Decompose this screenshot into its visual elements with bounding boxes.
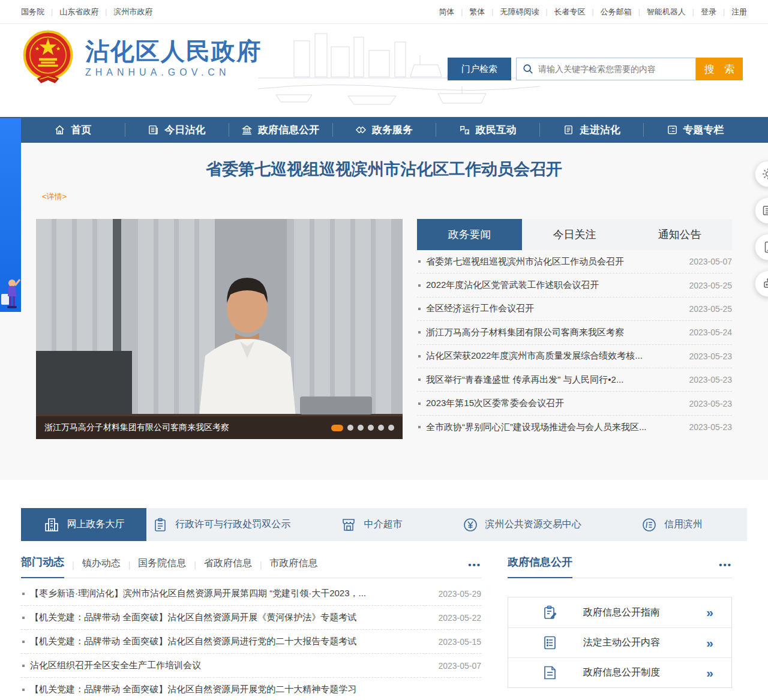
hero-section: 省委第七巡视组巡视滨州市沾化区工作动员会召开 <详情> xyxy=(0,143,768,480)
info-item-guide[interactable]: 政府信息公开指南 » xyxy=(508,597,731,627)
info-item-system[interactable]: 政府信息公开制度 » xyxy=(508,657,731,687)
topbar-left-links: 国务院| 山东省政府| 滨州市政府 xyxy=(21,7,152,17)
topbar-link-login[interactable]: 登录 xyxy=(701,7,716,17)
service-agency-market[interactable]: 中介超市 xyxy=(296,508,446,541)
info-disclosure-column: 政府信息公开 ••• 政府信息公开指南 » 法定主动公开内容 » 政府信息公开制… xyxy=(508,555,732,700)
nav-item-home[interactable]: 首页 xyxy=(21,117,125,143)
dept-news-item[interactable]: 沾化区组织召开全区安全生产工作培训会议2023-05-07 xyxy=(21,654,481,678)
search-input[interactable] xyxy=(538,64,689,74)
news-item[interactable]: 全市政协“界别同心汇”建设现场推进会与会人员来我区...2023-05-23 xyxy=(417,416,732,439)
topbar-link-robot[interactable]: 智能机器人 xyxy=(647,7,686,17)
info-disclosure-more-button[interactable]: ••• xyxy=(719,560,732,578)
nav-item-special-columns[interactable]: 专题专栏 xyxy=(643,117,747,143)
portal-search-button[interactable]: 门户检索 xyxy=(448,58,511,80)
topbar-link-register[interactable]: 注册 xyxy=(731,7,747,17)
carousel-dots xyxy=(331,425,394,431)
bank-icon xyxy=(241,124,253,136)
topbar-link-traditional[interactable]: 繁体 xyxy=(469,7,485,17)
carousel-dot[interactable] xyxy=(331,425,343,431)
topbar-link-senior-zone[interactable]: 长者专区 xyxy=(554,7,586,17)
tab-town-dynamics[interactable]: 镇办动态 xyxy=(82,557,121,578)
news-item[interactable]: 我区举行“青春逢盛世 传承再出发” 与人民同行•2...2023-05-23 xyxy=(417,368,732,392)
dept-news-column: 部门动态| 镇办动态| 国务院信息| 省政府信息| 市政府信息 ••• 【枣乡新… xyxy=(21,555,481,700)
site-title: 沾化区人民政府 xyxy=(85,37,262,65)
topbar-link-simplified[interactable]: 简体 xyxy=(439,7,454,17)
dept-news-item[interactable]: 【机关党建：品牌带动 全面突破】沾化区自然资源局进行党的二十大报告专题考试202… xyxy=(21,630,481,654)
tab-state-council-info[interactable]: 国务院信息 xyxy=(138,557,186,578)
tab-province-info[interactable]: 省政府信息 xyxy=(204,557,252,578)
side-banner[interactable] xyxy=(0,118,21,312)
building-icon xyxy=(43,516,60,533)
site-header: 沾化区人民政府 ZHANHUA.GOV.CN 门户检索 搜 索 xyxy=(0,24,768,117)
news-tabs: 政务要闻 今日关注 通知公告 xyxy=(417,219,732,250)
dept-news-item[interactable]: 【机关党建：品牌带动 全面突破】沾化区自然资源局开展《黄河保护法》专题考试202… xyxy=(21,606,481,630)
chevron-right-icon: » xyxy=(706,605,713,620)
news-list: 省委第七巡视组巡视滨州市沾化区工作动员会召开2023-05-07 2022年度沾… xyxy=(417,250,732,439)
topbar-link-shandong[interactable]: 山东省政府 xyxy=(59,7,98,17)
tab-dept-dynamics[interactable]: 部门动态 xyxy=(21,555,64,578)
topbar-link-gov-mail[interactable]: 公务邮箱 xyxy=(601,7,632,17)
statutory-icon xyxy=(542,635,558,651)
search-box xyxy=(516,58,696,80)
settings-float-button[interactable] xyxy=(755,161,768,187)
service-dual-publicity[interactable]: 行政许可与行政处罚双公示 xyxy=(146,508,296,541)
carousel-dot[interactable] xyxy=(388,425,394,431)
news-item[interactable]: 2023年第15次区委常委会会议召开2023-05-23 xyxy=(417,392,732,415)
dept-news-item[interactable]: 【机关党建：品牌带动 全面突破】沾化区自然资源局开展党的二十大精神专题学习 xyxy=(21,678,481,700)
carousel-caption-bar: 浙江万马高分子材料集团有限公司客商来我区考察 xyxy=(36,416,403,439)
national-emblem-logo xyxy=(23,30,73,85)
news-item[interactable]: 沾化区荣获2022年度滨州市高质量发展综合绩效考核...2023-05-23 xyxy=(417,345,732,368)
nav-item-info-disclosure[interactable]: 政府信息公开 xyxy=(229,117,332,143)
headline-detail-link[interactable]: <详情> xyxy=(42,191,67,202)
news-item[interactable]: 2022年度沾化区党管武装工作述职会议召开2023-05-25 xyxy=(417,274,732,297)
topbar-link-guowuyuan[interactable]: 国务院 xyxy=(21,7,44,17)
topbar-link-binzhou[interactable]: 滨州市政府 xyxy=(113,7,152,17)
news-item[interactable]: 省委第七巡视组巡视滨州市沾化区工作动员会召开2023-05-07 xyxy=(417,250,732,274)
search-area: 门户检索 搜 索 xyxy=(448,58,743,80)
handshake-icon xyxy=(355,124,367,136)
dept-news-more-button[interactable]: ••• xyxy=(468,560,481,578)
carousel-caption: 浙江万马高分子材料集团有限公司客商来我区考察 xyxy=(44,422,325,433)
site-domain: ZHANHUA.GOV.CN xyxy=(85,67,262,78)
mobile-float-button[interactable] xyxy=(755,234,768,260)
news-panel: 政务要闻 今日关注 通知公告 省委第七巡视组巡视滨州市沾化区工作动员会召开202… xyxy=(417,219,732,439)
home-icon xyxy=(54,124,65,136)
carousel-dot[interactable] xyxy=(358,425,364,431)
floating-toolbar xyxy=(755,161,768,297)
info-item-statutory[interactable]: 法定主动公开内容 » xyxy=(508,627,731,657)
carousel-dot[interactable] xyxy=(378,425,384,431)
news-float-button[interactable] xyxy=(755,197,768,224)
chevron-right-icon: » xyxy=(706,666,713,680)
main-nav: 首页 今日沾化 政府信息公开 政务服务 政民互动 走进沾化 专题专栏 xyxy=(0,117,768,143)
carousel-dot[interactable] xyxy=(347,425,353,431)
carousel-dot[interactable] xyxy=(368,425,374,431)
service-resource-trading[interactable]: 滨州公共资源交易中心 xyxy=(447,508,597,541)
nav-item-interaction[interactable]: 政民互动 xyxy=(436,117,539,143)
news-item[interactable]: 全区经济运行工作会议召开2023-05-25 xyxy=(417,298,732,321)
list-icon xyxy=(667,124,678,136)
news-item[interactable]: 浙江万马高分子材料集团有限公司客商来我区考察2023-05-24 xyxy=(417,321,732,344)
tab-notices[interactable]: 通知公告 xyxy=(627,219,732,250)
nav-item-into-zhanhua[interactable]: 走进沾化 xyxy=(539,117,643,143)
news-carousel[interactable]: 浙江万马高分子材料集团有限公司客商来我区考察 xyxy=(36,219,403,439)
search-button[interactable]: 搜 索 xyxy=(696,58,743,80)
credit-circle-icon xyxy=(641,517,657,533)
bottom-section: 部门动态| 镇办动态| 国务院信息| 省政府信息| 市政府信息 ••• 【枣乡新… xyxy=(0,555,768,700)
topbar: 国务院| 山东省政府| 滨州市政府 简体| 繁体| 无障碍阅读| 长者专区| 公… xyxy=(0,0,768,24)
mobile-icon xyxy=(761,241,768,254)
tab-today-focus[interactable]: 今日关注 xyxy=(522,219,627,250)
topbar-link-accessibility[interactable]: 无障碍阅读 xyxy=(500,7,539,17)
banner-person-illustration xyxy=(0,274,21,310)
services-band: 网上政务大厅 行政许可与行政处罚双公示 中介超市 滨州公共资源交易中心 信用滨州 xyxy=(0,508,768,541)
nav-item-today-zhanhua[interactable]: 今日沾化 xyxy=(125,117,229,143)
dept-news-item[interactable]: 【枣乡新语·理润沾化】滨州市沾化区自然资源局开展第四期 “党建引领·大干2023… xyxy=(21,582,481,606)
service-credit-binzhou[interactable]: 信用滨州 xyxy=(597,508,747,541)
tab-city-info[interactable]: 市政府信息 xyxy=(270,557,318,578)
site-brand[interactable]: 沾化区人民政府 ZHANHUA.GOV.CN xyxy=(23,30,262,85)
service-online-hall[interactable]: 网上政务大厅 xyxy=(21,508,146,541)
nav-item-gov-services[interactable]: 政务服务 xyxy=(332,117,436,143)
news-icon xyxy=(148,124,159,136)
tab-gov-news[interactable]: 政务要闻 xyxy=(417,219,522,250)
robot-float-button[interactable] xyxy=(755,271,768,297)
headline-link[interactable]: 省委第七巡视组巡视滨州市沾化区工作动员会召开 xyxy=(21,158,747,180)
